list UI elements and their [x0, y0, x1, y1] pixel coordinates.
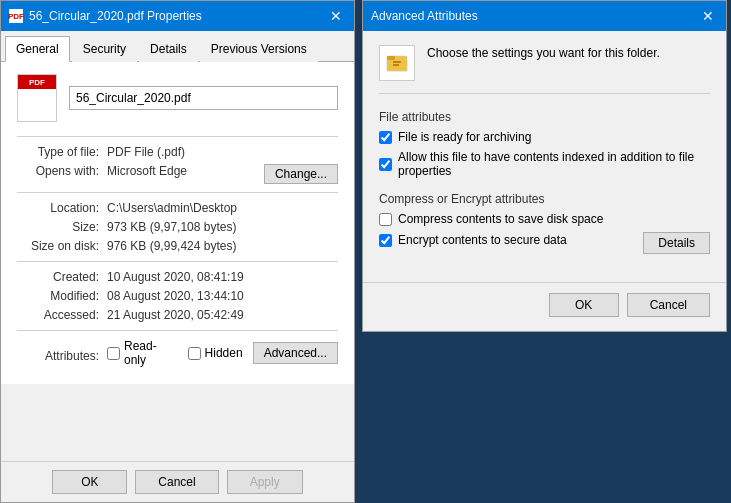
attributes-controls: Read-only Hidden Advanced... [107, 339, 338, 367]
accessed-value: 21 August 2020, 05:42:49 [107, 308, 338, 322]
compress-encrypt-label: Compress or Encrypt attributes [379, 192, 710, 206]
created-label: Created: [17, 270, 107, 284]
divider-4 [17, 330, 338, 331]
compress-encrypt-section: Compress or Encrypt attributes Compress … [379, 192, 710, 254]
created-value: 10 August 2020, 08:41:19 [107, 270, 338, 284]
advanced-cancel-button[interactable]: Cancel [627, 293, 710, 317]
properties-title-text: 56_Circular_2020.pdf Properties [29, 9, 202, 23]
file-header: PDF [17, 74, 338, 122]
advanced-title-bar: Advanced Attributes ✕ [363, 1, 726, 31]
pdf-icon: PDF [17, 74, 57, 122]
dates-section: Created: 10 August 2020, 08:41:19 Modifi… [17, 270, 338, 322]
location-value: C:\Users\admin\Desktop [107, 201, 338, 215]
created-row: Created: 10 August 2020, 08:41:19 [17, 270, 338, 284]
opens-with-value: Microsoft Edge Change... [107, 164, 338, 184]
attributes-row-wrapper: Attributes: Read-only Hidden Advanced... [17, 339, 338, 367]
modified-label: Modified: [17, 289, 107, 303]
size-row: Size: 973 KB (9,97,108 bytes) [17, 220, 338, 234]
advanced-header: Choose the settings you want for this fo… [379, 45, 710, 94]
hidden-checkbox[interactable] [188, 347, 201, 360]
archive-checkbox[interactable] [379, 131, 392, 144]
type-value: PDF File (.pdf) [107, 145, 338, 159]
compress-label: Compress contents to save disk space [398, 212, 603, 226]
advanced-attributes-dialog: Advanced Attributes ✕ Choose the setting… [362, 0, 727, 332]
hidden-checkbox-label[interactable]: Hidden [188, 346, 243, 360]
properties-title-bar: PDF 56_Circular_2020.pdf Properties ✕ [1, 1, 354, 31]
advanced-button[interactable]: Advanced... [253, 342, 338, 364]
svg-rect-4 [393, 64, 399, 66]
readonly-checkbox[interactable] [107, 347, 120, 360]
properties-content: PDF Type of file: PDF File (.pdf) Opens … [1, 62, 354, 384]
ok-button[interactable]: OK [52, 470, 127, 494]
tabs-bar: General Security Details Previous Versio… [1, 31, 354, 62]
divider-1 [17, 136, 338, 137]
index-checkbox-row: Allow this file to have contents indexed… [379, 150, 710, 178]
readonly-checkbox-label[interactable]: Read-only [107, 339, 178, 367]
divider-2 [17, 192, 338, 193]
dark-strip [355, 0, 362, 503]
archive-checkbox-row: File is ready for archiving [379, 130, 710, 144]
properties-close-button[interactable]: ✕ [326, 9, 346, 23]
encrypt-label: Encrypt contents to secure data [398, 233, 567, 247]
type-row: Type of file: PDF File (.pdf) [17, 145, 338, 159]
size-on-disk-label: Size on disk: [17, 239, 107, 253]
advanced-close-button[interactable]: ✕ [698, 9, 718, 23]
bottom-dark-area [362, 332, 731, 503]
tab-security[interactable]: Security [72, 36, 137, 62]
compress-checkbox-row: Compress contents to save disk space [379, 212, 710, 226]
index-label: Allow this file to have contents indexed… [398, 150, 710, 178]
encrypt-row-with-btn: Encrypt contents to secure data Details [379, 232, 710, 254]
file-attributes-section: File attributes File is ready for archiv… [379, 110, 710, 178]
hidden-label: Hidden [205, 346, 243, 360]
advanced-title-text: Advanced Attributes [371, 9, 478, 23]
advanced-ok-button[interactable]: OK [549, 293, 619, 317]
file-attributes-label: File attributes [379, 110, 710, 124]
tab-previous-versions[interactable]: Previous Versions [200, 36, 318, 62]
attributes-label: Attributes: [17, 349, 107, 363]
svg-rect-3 [393, 61, 401, 63]
folder-attributes-icon [379, 45, 415, 81]
advanced-content: Choose the settings you want for this fo… [363, 31, 726, 282]
details-button[interactable]: Details [643, 232, 710, 254]
location-label: Location: [17, 201, 107, 215]
modified-value: 08 August 2020, 13:44:10 [107, 289, 338, 303]
location-info-section: Location: C:\Users\admin\Desktop Size: 9… [17, 201, 338, 253]
readonly-label: Read-only [124, 339, 178, 367]
accessed-row: Accessed: 21 August 2020, 05:42:49 [17, 308, 338, 322]
properties-footer: OK Cancel Apply [1, 461, 354, 502]
file-info-section: Type of file: PDF File (.pdf) Opens with… [17, 145, 338, 184]
cancel-button[interactable]: Cancel [135, 470, 218, 494]
index-checkbox[interactable] [379, 158, 392, 171]
opens-with-label: Opens with: [17, 164, 107, 178]
size-on-disk-row: Size on disk: 976 KB (9,99,424 bytes) [17, 239, 338, 253]
divider-3 [17, 261, 338, 262]
location-row: Location: C:\Users\admin\Desktop [17, 201, 338, 215]
advanced-description: Choose the settings you want for this fo… [427, 45, 660, 62]
size-value: 973 KB (9,97,108 bytes) [107, 220, 338, 234]
size-label: Size: [17, 220, 107, 234]
modified-row: Modified: 08 August 2020, 13:44:10 [17, 289, 338, 303]
accessed-label: Accessed: [17, 308, 107, 322]
apply-button[interactable]: Apply [227, 470, 303, 494]
file-name-input[interactable] [69, 86, 338, 110]
advanced-footer: OK Cancel [363, 282, 726, 331]
archive-label: File is ready for archiving [398, 130, 531, 144]
compress-checkbox[interactable] [379, 213, 392, 226]
encrypt-checkbox[interactable] [379, 234, 392, 247]
opens-with-row: Opens with: Microsoft Edge Change... [17, 164, 338, 184]
svg-rect-2 [387, 56, 395, 60]
tab-details[interactable]: Details [139, 36, 198, 62]
properties-window: PDF 56_Circular_2020.pdf Properties ✕ Ge… [0, 0, 355, 503]
tab-general[interactable]: General [5, 36, 70, 62]
change-button[interactable]: Change... [264, 164, 338, 184]
encrypt-checkbox-row: Encrypt contents to secure data [379, 233, 567, 247]
pdf-icon-top: PDF [18, 75, 56, 89]
size-on-disk-value: 976 KB (9,99,424 bytes) [107, 239, 338, 253]
type-label: Type of file: [17, 145, 107, 159]
title-bar-left: PDF 56_Circular_2020.pdf Properties [9, 9, 202, 23]
file-icon-small: PDF [9, 9, 23, 23]
